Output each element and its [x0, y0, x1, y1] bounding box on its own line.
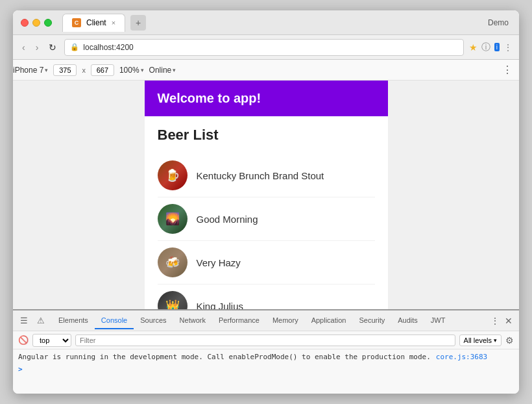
devtools-panel: ☰ ⚠ ElementsConsoleSourcesNetworkPerform… [13, 309, 519, 394]
lock-icon: 🔒 [70, 43, 79, 51]
devtools-console: Angular is running in the development mo… [13, 349, 519, 394]
devtools-tab-console[interactable]: Console [95, 312, 134, 329]
width-input[interactable] [53, 64, 77, 76]
tab-title: Client [86, 18, 106, 27]
beer-item[interactable]: 🍺Kentucky Brunch Brand Stout [158, 154, 375, 197]
beer-avatar: 🍻 [158, 247, 187, 277]
dimension-separator: x [82, 66, 86, 74]
console-prompt-icon: > [18, 364, 23, 375]
forward-button[interactable]: › [33, 41, 42, 54]
devtools-toolbar: 🚫 top All levels ▾ ⚙ [13, 331, 519, 349]
devtools-tab-performance[interactable]: Performance [212, 312, 266, 329]
tab-favicon: C [72, 18, 81, 27]
devtools-tab-elements[interactable]: Elements [52, 312, 95, 329]
devtools-elements-icon[interactable]: ☰ [17, 314, 31, 328]
levels-select[interactable]: All levels ▾ [459, 335, 502, 346]
device-toolbar: iPhone 7 ▾ x 100% ▾ Online ▾ ⋮ [13, 60, 519, 81]
viewport-area: Welcome to app! Beer List 🍺Kentucky Brun… [13, 81, 519, 309]
beer-name: Kentucky Brunch Brand Stout [197, 170, 324, 181]
info-icon[interactable]: ⓘ [481, 42, 490, 53]
back-button[interactable]: ‹ [19, 41, 28, 54]
app-body: Beer List 🍺Kentucky Brunch Brand Stout🌄G… [145, 116, 388, 309]
beer-list: 🍺Kentucky Brunch Brand Stout🌄Good Mornin… [158, 154, 375, 309]
toolbar-more-icon[interactable]: ⋮ [502, 64, 513, 76]
app-header-text: Welcome to app! [158, 91, 261, 105]
extension-icon[interactable]: i [494, 43, 500, 51]
devtools-close-button[interactable]: ✕ [502, 313, 515, 329]
console-source-link[interactable]: core.js:3683 [436, 352, 487, 363]
beer-item[interactable]: 🌄Good Morning [158, 197, 375, 241]
devtools-tab-security[interactable]: Security [352, 312, 391, 329]
app-header: Welcome to app! [145, 81, 388, 116]
devtools-console-icon[interactable]: ⚠ [34, 314, 48, 328]
devtools-tab-audits[interactable]: Audits [391, 312, 424, 329]
new-tab-button[interactable]: + [130, 15, 146, 31]
tab-bar: C Client × + [62, 14, 488, 32]
devtools-settings-icon[interactable]: ⚙ [505, 335, 514, 346]
beer-name: Very Hazy [197, 257, 241, 268]
minimize-window-button[interactable] [32, 19, 40, 27]
levels-chevron-icon: ▾ [494, 337, 497, 344]
close-window-button[interactable] [21, 19, 29, 27]
device-name: iPhone 7 [13, 66, 43, 75]
devtools-tab-memory[interactable]: Memory [266, 312, 305, 329]
console-log-line: Angular is running in the development mo… [18, 352, 514, 363]
beer-item[interactable]: 🍻Very Hazy [158, 241, 375, 284]
beer-item[interactable]: 👑King Julius [158, 284, 375, 309]
viewport-inner: Welcome to app! Beer List 🍺Kentucky Brun… [13, 81, 519, 309]
device-select[interactable]: iPhone 7 ▾ [13, 66, 48, 75]
tab-close-button[interactable]: × [112, 19, 115, 27]
beer-name: King Julius [197, 301, 244, 310]
online-chevron-icon: ▾ [173, 67, 176, 73]
beer-avatar: 🌄 [158, 204, 187, 234]
console-message: Angular is running in the development mo… [18, 352, 431, 363]
browser-window: C Client × + Demo ‹ › ↻ 🔒 localhost:4200… [13, 10, 519, 394]
console-prompt-line: > [18, 363, 514, 375]
address-icons: ★ ⓘ i ⋮ [469, 42, 513, 53]
zoom-chevron-icon: ▾ [141, 67, 144, 73]
beer-list-title: Beer List [158, 127, 375, 144]
online-select[interactable]: Online ▾ [149, 66, 176, 75]
devtools-tab-application[interactable]: Application [305, 312, 353, 329]
devtools-tab-list: ElementsConsoleSourcesNetworkPerformance… [52, 312, 452, 329]
devtools-tab-jwt[interactable]: JWT [424, 312, 452, 329]
devtools-more-icon[interactable]: ⋮ [488, 313, 502, 329]
url-bar[interactable]: 🔒 localhost:4200 [64, 39, 463, 56]
context-select[interactable]: top [32, 334, 71, 347]
demo-label: Demo [488, 18, 509, 27]
beer-avatar: 👑 [158, 291, 187, 309]
devtools-tab-sources[interactable]: Sources [134, 312, 173, 329]
height-input[interactable] [91, 64, 114, 76]
devtools-tabs: ☰ ⚠ ElementsConsoleSourcesNetworkPerform… [13, 310, 519, 331]
zoom-select[interactable]: 100% ▾ [119, 66, 144, 75]
devtools-icon-buttons: ☰ ⚠ [17, 314, 48, 328]
device-chevron-icon: ▾ [45, 67, 48, 73]
url-text: localhost:4200 [83, 43, 457, 52]
refresh-button[interactable]: ↻ [46, 41, 59, 54]
clear-console-icon[interactable]: 🚫 [18, 335, 29, 345]
beer-avatar: 🍺 [158, 160, 187, 190]
title-bar: C Client × + Demo [13, 10, 519, 35]
browser-tab[interactable]: C Client × [62, 14, 125, 32]
mobile-frame: Welcome to app! Beer List 🍺Kentucky Brun… [145, 81, 388, 309]
beer-name: Good Morning [197, 214, 258, 225]
zoom-level: 100% [119, 66, 139, 75]
filter-input[interactable] [75, 335, 455, 346]
maximize-window-button[interactable] [44, 19, 52, 27]
bookmark-icon[interactable]: ★ [469, 42, 478, 53]
devtools-tab-network[interactable]: Network [173, 312, 212, 329]
address-bar: ‹ › ↻ 🔒 localhost:4200 ★ ⓘ i ⋮ [13, 35, 519, 60]
traffic-lights [21, 19, 52, 27]
online-label: Online [149, 66, 172, 75]
levels-label: All levels [464, 336, 492, 344]
menu-icon[interactable]: ⋮ [503, 42, 513, 53]
